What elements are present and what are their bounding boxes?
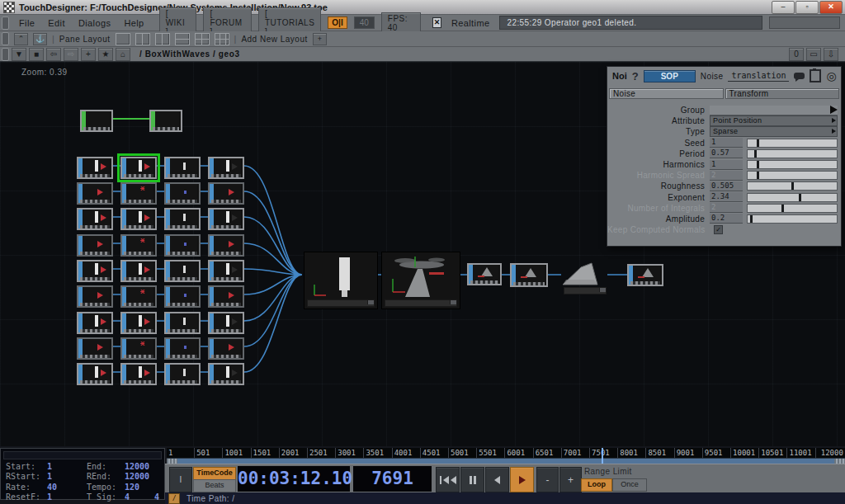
param-slider[interactable] [747,139,838,148]
ruler-tick-label[interactable]: 10001 [730,448,758,458]
viewer-flag-button[interactable] [367,300,374,304]
node-name-bar[interactable] [307,299,375,307]
param-value-field[interactable]: 2.34 [710,192,743,202]
tab-noise[interactable]: Noise [609,88,724,99]
node-flags[interactable] [470,280,498,284]
ruler-tick-label[interactable]: 10501 [758,448,786,458]
node-flags[interactable] [211,355,241,358]
index-button[interactable]: I [169,467,192,492]
network-node[interactable] [77,234,113,257]
settings-value[interactable]: 1 [47,492,87,502]
settings-value[interactable]: 12000 [125,462,161,471]
network-node[interactable] [77,260,113,282]
pane-tab-slot[interactable] [2,32,9,45]
node-flags[interactable] [630,281,660,285]
network-node[interactable] [164,157,201,179]
network-node[interactable] [164,234,201,257]
network-node[interactable] [120,312,157,334]
ruler-tick-label[interactable]: 3501 [363,448,391,458]
comment-bubble-icon[interactable] [794,73,805,79]
param-dropdown[interactable]: Point Position [710,115,838,126]
node-name-bar[interactable] [385,299,457,307]
node-flags[interactable] [124,225,153,228]
param-slider[interactable] [747,181,838,191]
layout-hsplit-button[interactable] [175,33,190,45]
help-icon[interactable]: ? [632,70,639,82]
node-flags[interactable] [168,225,197,228]
expand-arrow-icon[interactable] [830,106,838,114]
clipboard-icon[interactable] [810,69,821,82]
playhead[interactable] [602,448,603,464]
close-button[interactable]: ✕ [819,1,843,14]
param-slider[interactable] [747,214,838,224]
viewer-flag-button[interactable] [599,288,606,292]
network-node[interactable] [467,263,502,285]
layout-vsplit2-button[interactable] [155,33,170,45]
ruler-tick-label[interactable]: 4001 [392,448,420,458]
node-flags[interactable] [80,174,110,177]
realtime-checkbox[interactable]: ✕ [432,17,441,28]
ruler-tick-label[interactable]: 6501 [533,448,561,458]
beats-toggle[interactable]: Beats [193,479,236,492]
network-node[interactable]: x [120,285,157,308]
time-path-slash-button[interactable]: / [168,493,180,504]
group-field[interactable] [710,106,838,115]
settings-value[interactable]: 40 [47,483,87,492]
play-reverse-button[interactable] [485,467,509,492]
node-flags[interactable] [211,174,241,177]
network-node[interactable] [77,337,113,360]
node-flags[interactable] [211,200,241,203]
frame-display[interactable]: 7691 [353,466,432,492]
oi-toggle[interactable]: O|I [328,16,347,29]
frame-ruler[interactable]: 1501100115012001250130013501400145015001… [167,448,845,458]
node-flags[interactable] [168,303,197,306]
ruler-tick-label[interactable]: 9501 [702,448,730,458]
network-node[interactable] [120,363,157,385]
settings-value[interactable]: 120 [125,483,161,492]
target-icon[interactable]: ◎ [826,70,836,82]
layout-vsplit-button[interactable] [135,33,150,45]
node-flags[interactable] [124,277,153,280]
network-node[interactable] [120,208,157,230]
node-flags[interactable] [211,252,241,255]
range-bar[interactable] [167,458,845,464]
node-flags[interactable] [124,380,153,384]
play-forward-button[interactable] [510,467,534,492]
node-flags[interactable] [211,329,241,332]
operator-name-field[interactable]: translation [728,71,789,82]
node-flags[interactable] [124,329,153,332]
add-layout-button[interactable]: + [313,33,327,45]
param-slider[interactable] [747,193,838,202]
node-flags[interactable] [80,355,110,358]
network-node[interactable] [208,285,244,308]
network-node[interactable] [164,208,201,230]
settings-value[interactable]: 1 [47,462,87,471]
network-node[interactable] [208,234,244,257]
window-icon[interactable]: ▭ [806,48,821,61]
layout-single-button[interactable] [116,33,130,45]
network-node[interactable] [120,260,157,282]
network-node[interactable] [208,260,244,282]
back-icon[interactable]: ⇦ [46,48,61,61]
network-node[interactable] [77,157,113,179]
viewer-node-terrain[interactable] [381,252,460,309]
network-node[interactable] [77,182,113,205]
ruler-tick-label[interactable]: 1001 [222,448,250,458]
node-flags[interactable] [124,200,153,203]
ruler-tick-label[interactable]: 5001 [448,448,476,458]
pane-tab-slot[interactable] [2,16,9,30]
network-node[interactable] [510,263,548,287]
viewer-node-pillar[interactable] [304,252,378,309]
network-node[interactable]: x [120,337,157,360]
param-slider[interactable] [747,160,838,169]
node-flags[interactable] [83,127,110,130]
node-flags[interactable] [80,380,110,384]
param-slider[interactable] [747,204,838,213]
viewer-node-wedge[interactable] [561,260,609,294]
home-icon[interactable]: ⌂ [116,48,130,61]
ruler-tick-label[interactable]: 2501 [307,448,335,458]
ruler-tick-label[interactable]: 4501 [420,448,448,458]
node-flags[interactable] [124,355,153,358]
settings-value[interactable]: 12000 [125,472,161,481]
settings-value[interactable]: 4 4 [125,492,161,502]
